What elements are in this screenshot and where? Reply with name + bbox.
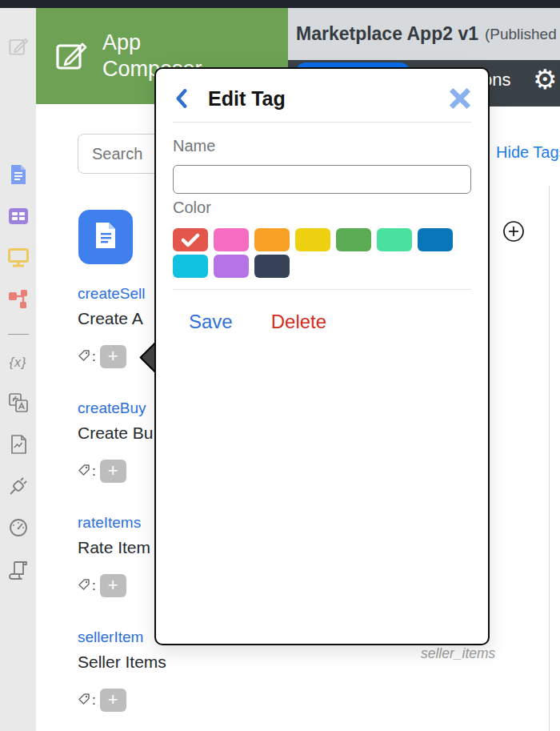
- sidebar-item-media[interactable]: [6, 434, 30, 458]
- color-label: Color: [173, 199, 471, 217]
- sidebar: {x}: [0, 8, 36, 731]
- color-swatch[interactable]: [418, 228, 453, 251]
- title-panel: Marketplace App2 v1 (Published: [288, 8, 560, 60]
- variables-icon: {x}: [10, 355, 27, 370]
- modal-divider: [173, 289, 471, 290]
- color-swatch[interactable]: [173, 255, 208, 278]
- tag-icon: [78, 464, 90, 480]
- sidebar-item-tables[interactable]: [6, 206, 30, 230]
- sidebar-item-variables[interactable]: {x}: [6, 351, 30, 375]
- tag-icon: [78, 693, 90, 709]
- image-document-icon: [9, 434, 28, 458]
- model-description: Seller Items: [78, 653, 166, 672]
- color-swatch[interactable]: [214, 228, 249, 251]
- color-swatch[interactable]: [377, 228, 412, 251]
- model-link[interactable]: createSell: [78, 285, 146, 303]
- model-link[interactable]: createBuy: [78, 400, 146, 417]
- modal-title: Edit Tag: [208, 87, 286, 110]
- tag-separator: :: [92, 464, 96, 480]
- color-swatches: [173, 228, 461, 278]
- gear-icon[interactable]: ⚙: [533, 63, 557, 95]
- model-description: Create Bu: [78, 424, 166, 443]
- color-swatch-selected[interactable]: [173, 228, 208, 251]
- app-window: {x} App Composer Marketplace App2: [0, 0, 560, 731]
- delete-button[interactable]: Delete: [271, 311, 326, 333]
- model-link[interactable]: rateItems: [78, 514, 141, 532]
- tag-name-input[interactable]: [173, 165, 471, 194]
- tag-row: : +: [78, 689, 166, 712]
- document-icon: [94, 221, 118, 253]
- modal-divider: [173, 122, 471, 123]
- script-icon: [8, 559, 29, 583]
- data-model-card[interactable]: [78, 210, 133, 264]
- edit-tag-modal: Edit Tag Name Color Save Delete: [154, 67, 490, 645]
- column-divider: [549, 186, 550, 731]
- translate-icon: [8, 392, 29, 416]
- color-swatch[interactable]: [336, 228, 371, 251]
- add-circle-icon[interactable]: [502, 219, 526, 247]
- add-tag-button[interactable]: +: [100, 345, 126, 368]
- model-description: Create A: [78, 309, 166, 328]
- sidebar-divider: [8, 334, 29, 335]
- add-tag-button[interactable]: +: [100, 574, 126, 597]
- edit-icon[interactable]: [6, 34, 30, 61]
- list-item: createBuy Create Bu : +: [78, 400, 166, 514]
- tag-row: : +: [78, 460, 166, 483]
- table-name-annotation: seller_items: [421, 645, 495, 662]
- tag-separator: :: [92, 578, 96, 594]
- color-swatch[interactable]: [214, 255, 249, 278]
- close-icon[interactable]: [449, 87, 471, 110]
- model-link[interactable]: sellerItem: [78, 629, 143, 646]
- add-tag-button[interactable]: +: [100, 689, 126, 712]
- name-label: Name: [173, 137, 471, 155]
- sidebar-item-translate[interactable]: [6, 392, 30, 416]
- model-description: Rate Item: [78, 538, 166, 557]
- color-swatch[interactable]: [295, 228, 330, 251]
- add-tag-button[interactable]: +: [100, 460, 126, 483]
- color-swatch[interactable]: [254, 255, 290, 278]
- sidebar-item-documents[interactable]: [6, 164, 30, 188]
- document-icon: [10, 164, 27, 188]
- top-strip: [0, 0, 560, 8]
- table-icon: [8, 207, 29, 228]
- list-item: sellerItem Seller Items : +: [78, 629, 166, 731]
- tag-separator: :: [92, 693, 96, 709]
- compose-icon: [52, 35, 90, 77]
- publish-status: (Published: [485, 26, 557, 43]
- sidebar-item-scripts[interactable]: [6, 559, 30, 583]
- modal-actions: Save Delete: [189, 311, 471, 333]
- gauge-icon: [8, 517, 29, 541]
- tag-separator: :: [92, 349, 96, 365]
- sidebar-item-workflows[interactable]: [6, 289, 30, 313]
- plug-icon: [8, 476, 29, 500]
- tag-icon: [78, 349, 90, 365]
- sidebar-item-dashboard[interactable]: [6, 517, 30, 541]
- workspace-title: Marketplace App2 v1: [296, 23, 478, 45]
- flowchart-icon: [8, 289, 29, 313]
- monitor-icon: [7, 247, 30, 271]
- tag-row: : +: [78, 574, 166, 597]
- list-item: createSell Create A : +: [78, 285, 166, 400]
- back-button[interactable]: [173, 88, 190, 109]
- list-item: rateItems Rate Item : +: [78, 514, 166, 629]
- modal-header: Edit Tag: [173, 86, 471, 110]
- hide-tags-link[interactable]: Hide Tags: [496, 143, 560, 162]
- sidebar-item-integrations[interactable]: [6, 476, 30, 500]
- save-button[interactable]: Save: [189, 311, 233, 333]
- color-swatch[interactable]: [254, 228, 290, 251]
- tag-icon: [78, 578, 90, 594]
- sidebar-item-pages[interactable]: [6, 247, 30, 271]
